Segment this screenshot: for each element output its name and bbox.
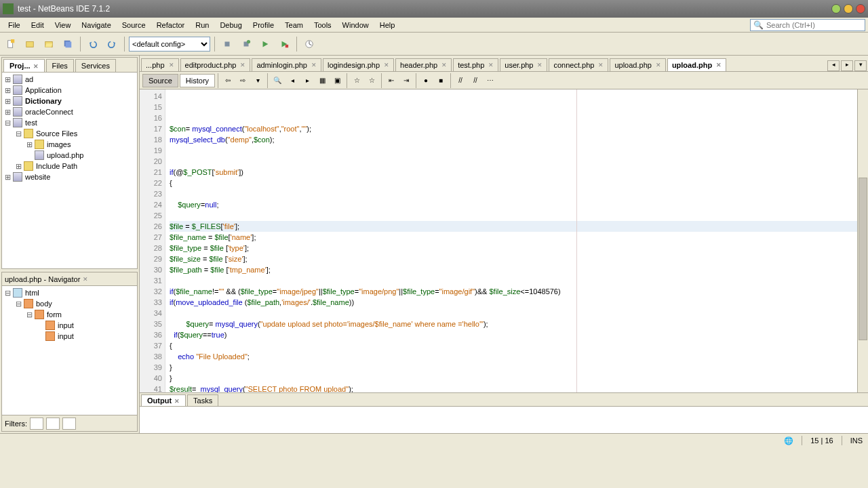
- macro-record-button[interactable]: ●: [419, 74, 433, 87]
- code-line[interactable]: mysql_select_db("demp",$con);: [170, 134, 859, 145]
- expand-icon[interactable]: ⊞: [3, 75, 12, 84]
- debug-button[interactable]: [276, 36, 292, 52]
- close-icon[interactable]: ✕: [488, 62, 494, 68]
- close-icon[interactable]: ✕: [83, 276, 88, 283]
- comment-button[interactable]: //: [454, 74, 467, 87]
- code-line[interactable]: $result= mysql_query("SELECT photo FROM …: [170, 384, 859, 392]
- close-icon[interactable]: ✕: [311, 62, 317, 68]
- code-line[interactable]: $con= mysql_connect("localhost","root","…: [170, 123, 859, 134]
- editor-tab[interactable]: header.php✕: [395, 58, 452, 71]
- code-line[interactable]: $query= mysql_query("update upload set p…: [170, 319, 859, 329]
- tree-node[interactable]: input: [3, 320, 136, 331]
- close-icon[interactable]: ✕: [240, 62, 245, 68]
- expand-icon[interactable]: ⊟: [3, 119, 12, 127]
- close-icon[interactable]: ✕: [656, 62, 661, 68]
- tree-node[interactable]: ⊞ad: [3, 74, 136, 85]
- code-line[interactable]: {: [170, 340, 859, 351]
- clean-build-button[interactable]: [238, 36, 254, 52]
- code-line[interactable]: $file_path = $file ['tmp_name'];: [170, 264, 859, 275]
- close-icon[interactable]: ✕: [598, 62, 604, 68]
- find-button[interactable]: 🔍: [271, 74, 284, 87]
- close-icon[interactable]: ✕: [33, 63, 39, 70]
- expand-icon[interactable]: ⊞: [25, 140, 33, 149]
- tree-node[interactable]: ⊟body: [3, 298, 136, 309]
- code-line[interactable]: $file = $_FILES['file'];: [170, 221, 859, 232]
- editor-tab[interactable]: logindesign.php✕: [323, 58, 394, 71]
- code-line[interactable]: }: [170, 373, 859, 384]
- code-line[interactable]: [170, 156, 859, 167]
- history-view-button[interactable]: History: [180, 74, 215, 87]
- code-line[interactable]: if($query==true): [170, 329, 859, 340]
- tab-scroll-left[interactable]: ◂: [827, 60, 840, 71]
- editor-tab[interactable]: connect.php✕: [549, 58, 608, 71]
- expand-icon[interactable]: ⊞: [3, 86, 12, 95]
- filter-button[interactable]: [30, 418, 43, 430]
- editor-tab[interactable]: ...php✕: [141, 58, 179, 71]
- editor-tab[interactable]: adminlogin.php✕: [252, 58, 321, 71]
- tree-node[interactable]: ⊞Dictionary: [3, 96, 136, 106]
- undo-button[interactable]: [85, 36, 101, 52]
- tree-node[interactable]: ⊞Include Path: [3, 161, 136, 171]
- more-button[interactable]: ⋯: [484, 74, 497, 87]
- menu-tools[interactable]: Tools: [309, 20, 337, 30]
- tree-node[interactable]: ⊞Application: [3, 85, 136, 96]
- tree-node[interactable]: ⊞oracleConnect: [3, 106, 136, 117]
- dropdown-icon[interactable]: ▾: [251, 74, 264, 87]
- bookmark-next-button[interactable]: ☆: [365, 74, 378, 87]
- code-line[interactable]: }: [170, 362, 859, 373]
- tab-scroll-right[interactable]: ▸: [841, 60, 853, 71]
- menu-source[interactable]: Source: [117, 20, 151, 30]
- toggle-button[interactable]: ▣: [330, 74, 344, 87]
- new-project-button[interactable]: [22, 36, 38, 52]
- macro-stop-button[interactable]: ■: [434, 74, 448, 87]
- maximize-button[interactable]: [844, 4, 853, 14]
- code-line[interactable]: {: [170, 178, 859, 188]
- tab-list[interactable]: ▾: [854, 60, 867, 71]
- expand-icon[interactable]: ⊞: [3, 108, 12, 117]
- tree-node[interactable]: ⊞website: [3, 171, 136, 182]
- expand-icon[interactable]: ⊟: [3, 289, 12, 298]
- search-box[interactable]: 🔍: [750, 19, 865, 31]
- tree-node[interactable]: ⊟test: [3, 117, 136, 128]
- close-icon[interactable]: ✕: [537, 62, 542, 68]
- menu-view[interactable]: View: [50, 20, 77, 30]
- close-icon[interactable]: ✕: [169, 62, 174, 68]
- expand-icon[interactable]: ⊞: [3, 97, 12, 106]
- code-line[interactable]: if(@$_POST['submit']): [170, 167, 859, 178]
- menu-debug[interactable]: Debug: [214, 20, 247, 30]
- code-line[interactable]: [170, 188, 859, 199]
- code-editor[interactable]: 1415161718192021222324252627282930313233…: [140, 89, 868, 392]
- config-select[interactable]: <default config>: [129, 37, 210, 52]
- editor-tab[interactable]: editproduct.php✕: [180, 58, 251, 71]
- scrollbar[interactable]: [857, 89, 868, 392]
- expand-icon[interactable]: ⊟: [25, 310, 33, 319]
- save-all-button[interactable]: [60, 36, 76, 52]
- menu-window[interactable]: Window: [337, 20, 374, 30]
- find-prev-button[interactable]: ◂: [285, 74, 299, 87]
- code-line[interactable]: [170, 275, 859, 286]
- expand-icon[interactable]: ⊟: [14, 300, 22, 308]
- close-icon[interactable]: ✕: [441, 62, 447, 68]
- navigator-tree[interactable]: ⊟html⊟body⊟forminputinput: [2, 286, 137, 415]
- menu-run[interactable]: Run: [190, 20, 214, 30]
- filter-button[interactable]: [46, 418, 60, 430]
- menu-edit[interactable]: Edit: [26, 20, 50, 30]
- code-line[interactable]: echo "File Uploaded";: [170, 351, 859, 362]
- source-view-button[interactable]: Source: [142, 74, 178, 87]
- minimize-button[interactable]: [831, 4, 841, 14]
- tree-node[interactable]: ⊞images: [3, 139, 136, 150]
- tab-files[interactable]: Files: [46, 59, 74, 72]
- tree-node[interactable]: upload.php: [3, 150, 136, 161]
- editor-tab[interactable]: upload.php✕: [667, 58, 726, 71]
- uncomment-button[interactable]: //: [469, 74, 482, 87]
- profile-button[interactable]: [301, 36, 317, 52]
- code-line[interactable]: $file_name = $file['name'];: [170, 232, 859, 243]
- expand-icon[interactable]: ⊞: [3, 173, 12, 182]
- menu-navigate[interactable]: Navigate: [76, 20, 116, 30]
- editor-tab[interactable]: upload.php✕: [610, 58, 665, 71]
- new-file-button[interactable]: [3, 36, 19, 52]
- scroll-thumb[interactable]: [859, 178, 867, 340]
- highlight-button[interactable]: ▦: [315, 74, 329, 87]
- menu-refactor[interactable]: Refactor: [151, 20, 191, 30]
- tree-node[interactable]: ⊟form: [3, 309, 136, 320]
